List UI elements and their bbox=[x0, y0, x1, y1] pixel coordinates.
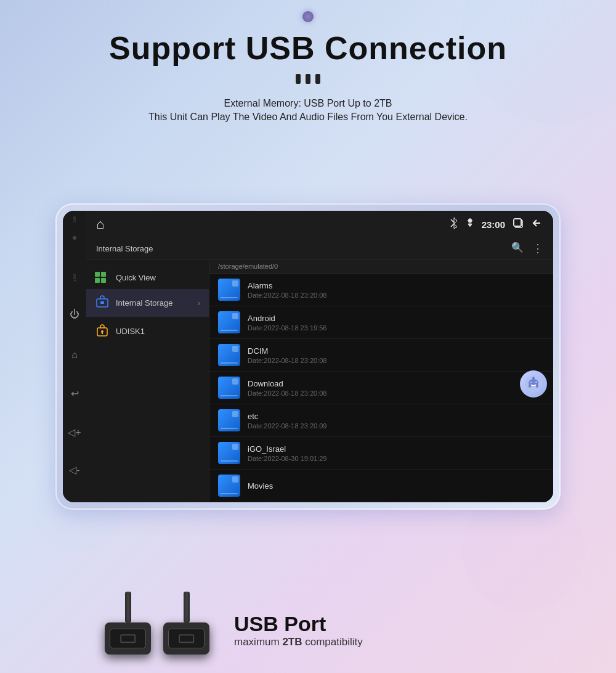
file-info-alarms: Alarms Date:2022-08-18 23:20:08 bbox=[248, 281, 545, 299]
file-info-dcim: DCIM Date:2022-08-18 23:20:08 bbox=[248, 346, 545, 364]
copy-icon[interactable] bbox=[513, 218, 524, 231]
path-title: Internal Storage bbox=[96, 244, 153, 253]
usb-cables bbox=[105, 592, 209, 655]
svg-point-20 bbox=[536, 384, 538, 388]
screen-outer: MIC RST ⏻ ⌂ ↩ ◁+ ◁- bbox=[63, 211, 553, 502]
more-options-icon[interactable]: ⋮ bbox=[532, 242, 543, 255]
compat-suffix: compatibility bbox=[302, 636, 363, 648]
usb-inner-1 bbox=[120, 634, 136, 643]
usb-port-title: USB Port bbox=[234, 612, 363, 636]
top-bar-right: 23:00 bbox=[450, 217, 543, 232]
internal-storage-label: Internal Storage bbox=[116, 298, 173, 308]
svg-rect-17 bbox=[532, 378, 535, 381]
time-display: 23:00 bbox=[482, 219, 505, 230]
usb-cable-2 bbox=[163, 592, 209, 655]
bottom-section: USB Port maximum 2TB compatibility bbox=[55, 592, 561, 655]
svg-rect-10 bbox=[102, 332, 103, 334]
robot-icon-overlay bbox=[520, 370, 547, 398]
svg-point-19 bbox=[529, 384, 531, 388]
svg-rect-4 bbox=[514, 219, 521, 226]
file-item-movies[interactable]: Movies bbox=[209, 470, 553, 502]
search-icon[interactable]: 🔍 bbox=[511, 242, 524, 255]
file-item-alarms[interactable]: Alarms Date:2022-08-18 23:20:08 bbox=[209, 274, 553, 306]
power-icon[interactable]: ⏻ bbox=[70, 309, 79, 320]
quick-view-icon bbox=[95, 272, 110, 283]
bluetooth-icon bbox=[450, 217, 458, 232]
file-name-alarms: Alarms bbox=[248, 281, 545, 290]
path-bar: Internal Storage 🔍 ⋮ bbox=[86, 238, 553, 259]
compat-capacity: 2TB bbox=[282, 636, 302, 648]
file-info-movies: Movies bbox=[248, 481, 545, 491]
usb-connection-icon bbox=[466, 218, 474, 231]
file-date-android: Date:2022-08-18 23:19:56 bbox=[248, 324, 545, 332]
device-container: MIC RST ⏻ ⌂ ↩ ◁+ ◁- bbox=[55, 203, 561, 510]
file-date-download: Date:2022-08-18 23:20:08 bbox=[248, 390, 545, 397]
svg-rect-2 bbox=[315, 74, 320, 84]
home-sidebar-icon[interactable]: ⌂ bbox=[71, 349, 78, 361]
mic-dot bbox=[73, 236, 76, 240]
usb-cable-1 bbox=[105, 592, 151, 655]
folder-icon-dcim bbox=[218, 344, 240, 366]
file-list-panel: /storage/emulated/0 Alarms Date:2022-08-… bbox=[209, 259, 553, 502]
file-date-igo: Date:2022-08-30 19:01:29 bbox=[248, 455, 545, 462]
file-date-alarms: Date:2022-08-18 23:20:08 bbox=[248, 292, 545, 299]
top-bar-left: ⌂ bbox=[96, 216, 104, 232]
file-name-etc: etc bbox=[248, 412, 545, 421]
usb-inner-2 bbox=[179, 634, 195, 643]
folder-icon-android bbox=[218, 311, 240, 333]
usb-plug-body-2 bbox=[163, 622, 209, 655]
volume-up-icon[interactable]: ◁+ bbox=[68, 426, 81, 438]
back-icon[interactable] bbox=[531, 218, 543, 231]
file-item-dcim[interactable]: DCIM Date:2022-08-18 23:20:08 bbox=[209, 339, 553, 372]
folder-icon-alarms bbox=[218, 279, 240, 301]
storage-arrow-icon: › bbox=[198, 299, 200, 308]
udisk-label: UDISK1 bbox=[116, 327, 145, 336]
nav-item-udisk1[interactable]: UDISK1 bbox=[86, 317, 209, 346]
home-icon[interactable]: ⌂ bbox=[96, 216, 104, 232]
svg-point-18 bbox=[533, 377, 535, 379]
svg-rect-0 bbox=[296, 74, 301, 84]
nav-item-quick-view[interactable]: Quick View bbox=[86, 266, 209, 289]
rst-label: RST bbox=[73, 274, 76, 282]
screen-content: ⌂ bbox=[86, 211, 553, 502]
usb-port-opening-1 bbox=[110, 629, 146, 648]
file-name-igo: iGO_Israel bbox=[248, 444, 545, 454]
file-item-android[interactable]: Android Date:2022-08-18 23:19:56 bbox=[209, 306, 553, 339]
top-decoration-dot bbox=[302, 11, 314, 22]
file-info-download: Download Date:2022-08-18 23:20:08 bbox=[248, 379, 545, 397]
file-name-download: Download bbox=[248, 379, 545, 388]
file-info-android: Android Date:2022-08-18 23:19:56 bbox=[248, 314, 545, 332]
path-icons: 🔍 ⋮ bbox=[511, 242, 543, 255]
svg-point-16 bbox=[535, 381, 537, 382]
back-sidebar-icon[interactable]: ↩ bbox=[71, 388, 79, 399]
file-item-download[interactable]: Download Date:2022-08-18 23:20:08 bbox=[209, 372, 553, 404]
file-name-android: Android bbox=[248, 314, 545, 323]
file-item-igo[interactable]: iGO_Israel Date:2022-08-30 19:01:29 bbox=[209, 437, 553, 470]
folder-icon-igo bbox=[218, 442, 240, 464]
compat-prefix: maximum bbox=[234, 636, 282, 648]
file-item-etc[interactable]: etc Date:2022-08-18 23:20:09 bbox=[209, 404, 553, 437]
folder-icon-movies bbox=[218, 475, 240, 497]
device-physical-sidebar: MIC RST ⏻ ⌂ ↩ ◁+ ◁- bbox=[63, 211, 86, 502]
file-info-igo: iGO_Israel Date:2022-08-30 19:01:29 bbox=[248, 444, 545, 462]
cable-wire-1 bbox=[125, 592, 131, 622]
internal-storage-icon bbox=[95, 295, 110, 311]
usb-port-label: USB Port maximum 2TB compatibility bbox=[234, 612, 363, 648]
folder-icon-download bbox=[218, 377, 240, 399]
nav-item-internal-storage[interactable]: Internal Storage › bbox=[86, 289, 209, 317]
file-date-dcim: Date:2022-08-18 23:20:08 bbox=[248, 357, 545, 364]
nav-panel: Quick View Internal Storag bbox=[86, 259, 209, 502]
file-info-etc: etc Date:2022-08-18 23:20:09 bbox=[248, 412, 545, 430]
usb-port-subtitle: maximum 2TB compatibility bbox=[234, 636, 363, 648]
file-path-bar: /storage/emulated/0 bbox=[209, 259, 553, 274]
udisk-icon bbox=[95, 323, 110, 340]
usb-plug-body-1 bbox=[105, 622, 151, 655]
top-bar: ⌂ bbox=[86, 211, 553, 238]
device-frame: MIC RST ⏻ ⌂ ↩ ◁+ ◁- bbox=[55, 203, 561, 510]
volume-down-icon[interactable]: ◁- bbox=[69, 464, 79, 476]
mic-label: MIC bbox=[73, 216, 76, 222]
svg-rect-1 bbox=[306, 74, 310, 84]
file-date-etc: Date:2022-08-18 23:20:09 bbox=[248, 422, 545, 430]
file-area: Quick View Internal Storag bbox=[86, 259, 553, 502]
folder-icon-etc bbox=[218, 409, 240, 431]
